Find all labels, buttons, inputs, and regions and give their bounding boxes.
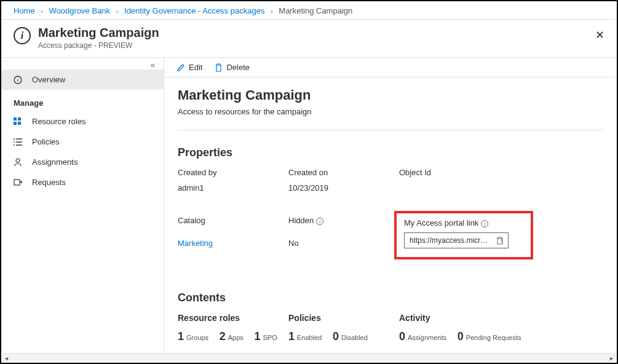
person-icon (14, 158, 26, 167)
prop-value-hidden: No (288, 239, 399, 255)
sidebar-item-label: Overview (32, 75, 65, 84)
properties-heading: Properties (178, 146, 603, 159)
trash-icon (215, 63, 223, 72)
close-icon[interactable]: ✕ (595, 28, 604, 42)
svg-rect-2 (14, 117, 17, 121)
prop-label-object-id: Object Id (399, 168, 528, 177)
svg-rect-4 (14, 122, 17, 125)
toolbar-label: Edit (189, 63, 202, 72)
sidebar-item-label: Requests (32, 178, 66, 187)
prop-label-created-by: Created by (178, 168, 288, 177)
content-description: Access to resources for the campaign (178, 107, 603, 116)
main-content: Edit Delete Marketing Campaign Access to… (164, 58, 617, 358)
breadcrumb-tenant[interactable]: Woodgrove Bank (49, 6, 111, 15)
portal-link-value: https://myaccess.micro… (410, 236, 492, 245)
sidebar-item-requests[interactable]: Requests (1, 172, 164, 192)
svg-rect-5 (18, 122, 21, 125)
content-title: Marketing Campaign (178, 87, 603, 103)
breadcrumb-governance[interactable]: Identity Governance - Access packages (124, 6, 264, 15)
toolbar: Edit Delete (164, 58, 617, 77)
edit-button[interactable]: Edit (176, 63, 202, 72)
sidebar-item-label: Resource roles (32, 117, 85, 126)
col-head-policies: Policies (288, 313, 399, 323)
prop-label-catalog: Catalog (178, 216, 288, 232)
toolbar-label: Delete (226, 63, 250, 72)
info-icon: i (14, 76, 26, 84)
svg-point-12 (16, 159, 20, 162)
portal-link-highlight: My Access portal linki https://myaccess.… (394, 211, 533, 259)
policies-stats: 1Enabled 0Disabled (288, 330, 399, 343)
page-header: i Marketing Campaign Access package - PR… (1, 20, 617, 58)
breadcrumb: Home › Woodgrove Bank › Identity Governa… (1, 1, 617, 20)
horizontal-scrollbar[interactable]: ◄ ► (2, 353, 616, 363)
grid-icon (14, 117, 26, 125)
prop-label-created-on: Created on (288, 168, 399, 177)
copy-icon[interactable] (496, 237, 503, 245)
svg-rect-13 (14, 180, 20, 185)
resource-roles-stats: 1Groups 2Apps 1SPO (178, 330, 288, 343)
sidebar-item-policies[interactable]: Policies (1, 132, 164, 152)
properties-grid: Created by Created on Object Id admin1 1… (178, 168, 603, 255)
divider (178, 130, 603, 130)
prop-value-created-by: admin1 (178, 183, 288, 192)
activity-stats: 0Assignments 0Pending Requests (399, 330, 553, 343)
sidebar-item-label: Assignments (32, 157, 77, 167)
list-icon (14, 138, 26, 146)
page-title: Marketing Campaign (38, 26, 159, 40)
chevron-right-icon: › (41, 7, 43, 15)
svg-rect-3 (18, 117, 21, 121)
scroll-right-icon[interactable]: ► (609, 355, 614, 362)
svg-text:i: i (17, 77, 19, 83)
prop-label-portal-link: My Access portal linki (404, 218, 523, 228)
sidebar-item-overview[interactable]: i Overview (1, 69, 164, 90)
delete-button[interactable]: Delete (215, 63, 250, 72)
sidebar-item-assignments[interactable]: Assignments (1, 152, 164, 172)
prop-label-hidden: Hiddeni (288, 216, 399, 232)
contents-heading: Contents (178, 291, 603, 304)
chevron-right-icon: › (116, 7, 119, 15)
sidebar-group-manage: Manage (1, 90, 164, 111)
scroll-left-icon[interactable]: ◄ (4, 355, 9, 362)
sidebar: « i Overview Manage Resource roles Polic… (1, 58, 164, 358)
col-head-resource-roles: Resource roles (178, 313, 288, 323)
info-icon: i (14, 27, 31, 44)
prop-value-catalog[interactable]: Marketing (178, 239, 288, 255)
breadcrumb-home[interactable]: Home (14, 6, 35, 15)
contents-grid: Resource roles Policies Activity 1Groups… (178, 313, 603, 343)
pencil-icon (176, 63, 185, 72)
col-head-activity: Activity (399, 313, 553, 323)
chevron-right-icon: › (271, 7, 273, 15)
sidebar-item-label: Policies (32, 137, 60, 146)
portal-link-input[interactable]: https://myaccess.micro… (404, 232, 509, 248)
requests-icon (14, 178, 26, 187)
sidebar-item-resource-roles[interactable]: Resource roles (1, 111, 164, 132)
prop-value-created-on: 10/23/2019 (288, 183, 399, 192)
info-icon[interactable]: i (316, 218, 323, 225)
page-subtitle: Access package - PREVIEW (38, 41, 159, 50)
info-icon[interactable]: i (481, 220, 488, 228)
breadcrumb-current: Marketing Campaign (279, 6, 352, 15)
prop-value-object-id (399, 183, 528, 192)
collapse-sidebar-icon[interactable]: « (1, 58, 164, 69)
